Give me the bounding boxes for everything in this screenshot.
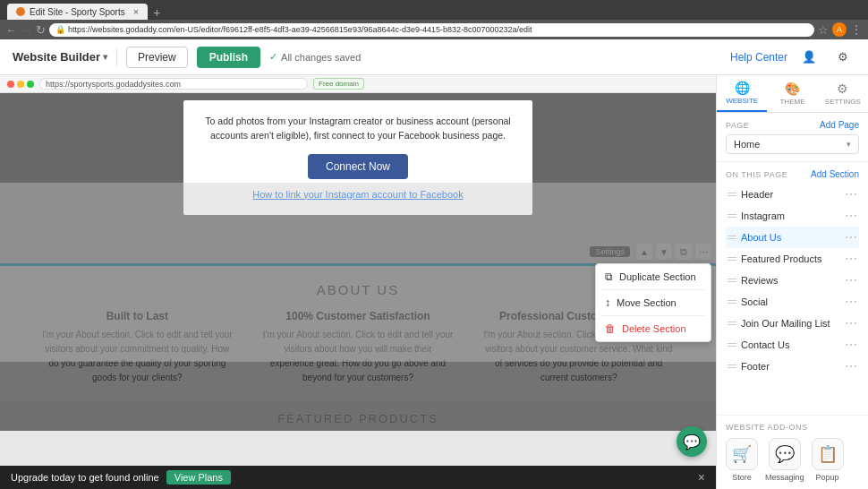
drag-handle-featured — [728, 254, 736, 263]
store-addon-label: Store — [732, 473, 752, 482]
move-section-menu-item[interactable]: ↕ Move Section — [596, 290, 711, 315]
page-section-header: PAGE Add Page — [726, 120, 859, 130]
section-label-featured: Featured Products — [741, 253, 840, 264]
drag-handle-mailing — [728, 319, 736, 328]
tab-favicon — [16, 7, 25, 16]
section-item-header: Header ⋯ — [726, 184, 859, 205]
section-more-contact[interactable]: ⋯ — [845, 338, 857, 352]
star-btn[interactable]: ☆ — [818, 23, 829, 37]
traffic-light-red — [7, 81, 14, 88]
header-icon-2[interactable]: ⚙ — [830, 45, 855, 70]
page-section-label: PAGE — [726, 121, 749, 130]
addon-popup[interactable]: 📋 Popup — [812, 438, 844, 482]
upgrade-text: Upgrade today to get found online — [11, 472, 159, 483]
panel-tabs: 🌐 WEBSITE 🎨 THEME ⚙ SETTINGS — [717, 75, 868, 113]
chevron-down-icon: ▾ — [103, 52, 107, 62]
section-more-social[interactable]: ⋯ — [845, 295, 857, 309]
section-more-header[interactable]: ⋯ — [845, 187, 857, 202]
back-btn[interactable]: ← — [5, 23, 17, 37]
add-page-link[interactable]: Add Page — [820, 120, 859, 130]
tab-website[interactable]: 🌐 WEBSITE — [717, 75, 767, 112]
section-more-instagram[interactable]: ⋯ — [845, 209, 857, 223]
saved-text: All changes saved — [281, 52, 361, 63]
section-more-mailing[interactable]: ⋯ — [845, 316, 857, 330]
page-dropdown[interactable]: Home ▾ — [726, 134, 859, 154]
right-panel: 🌐 WEBSITE 🎨 THEME ⚙ SETTINGS PAGE Add Pa… — [716, 75, 868, 489]
browser-chrome: Edit Site - Sporty Sports × + ← → ↻ 🔒 ht… — [0, 0, 868, 39]
user-avatar[interactable]: A — [832, 22, 847, 37]
section-item-reviews: Reviews ⋯ — [726, 270, 859, 291]
website-tab-label: WEBSITE — [726, 97, 758, 105]
main-layout: https://sportysports.godaddysites.com Fr… — [0, 75, 868, 489]
section-more-about[interactable]: ⋯ — [845, 230, 857, 244]
lock-icon: 🔒 — [55, 25, 65, 34]
section-label-about: About Us — [741, 232, 840, 243]
header-icon-1[interactable]: 👤 — [796, 45, 821, 70]
page-dropdown-chevron: ▾ — [847, 140, 851, 149]
section-label-instagram: Instagram — [741, 210, 840, 221]
tab-theme[interactable]: 🎨 THEME — [767, 75, 817, 112]
forward-btn[interactable]: → — [21, 23, 32, 37]
section-label-footer: Footer — [741, 361, 840, 372]
section-more-footer[interactable]: ⋯ — [845, 359, 857, 373]
instagram-modal-overlay: To add photos from your Instagram creato… — [0, 93, 716, 431]
messaging-addon-label: Messaging — [765, 473, 804, 482]
section-item-contact: Contact Us ⋯ — [726, 334, 859, 356]
menu-dots-btn[interactable]: ⋮ — [850, 22, 863, 37]
delete-section-menu-item[interactable]: 🗑 Delete Section — [596, 316, 711, 341]
duplicate-icon: ⧉ — [605, 270, 613, 283]
drag-handle-instagram — [728, 211, 736, 220]
section-item-featured: Featured Products ⋯ — [726, 248, 859, 270]
section-more-reviews[interactable]: ⋯ — [845, 273, 857, 287]
browser-tab-bar: Edit Site - Sporty Sports × + — [0, 0, 868, 20]
upgrade-bar: Upgrade today to get found online View P… — [0, 466, 716, 489]
addon-messaging[interactable]: 💬 Messaging — [765, 438, 804, 482]
help-center-link[interactable]: Help Center — [730, 51, 787, 64]
duplicate-section-menu-item[interactable]: ⧉ Duplicate Section — [596, 264, 711, 289]
browser-address-bar-row: ← → ↻ 🔒 https://websites.godaddy.com/en-… — [0, 20, 868, 39]
traffic-light-green — [27, 81, 34, 88]
publish-button[interactable]: Publish — [197, 47, 260, 68]
drag-handle-about — [728, 233, 736, 242]
section-label-reviews: Reviews — [741, 275, 840, 286]
tab-close-icon[interactable]: × — [133, 6, 139, 17]
drag-handle-footer — [728, 362, 736, 371]
section-item-about: About Us ⋯ — [726, 227, 859, 248]
connect-now-button[interactable]: Connect Now — [308, 154, 408, 179]
tab-title: Edit Site - Sporty Sports — [30, 7, 125, 17]
section-item-social: Social ⋯ — [726, 291, 859, 313]
section-item-footer: Footer ⋯ — [726, 356, 859, 377]
mini-url-bar: https://sportysports.godaddysites.com — [39, 78, 308, 90]
traffic-light-yellow — [17, 81, 24, 88]
section-label-social: Social — [741, 296, 840, 307]
popup-addon-icon: 📋 — [812, 438, 844, 470]
header-divider-1 — [116, 48, 117, 66]
drag-handle-header — [728, 190, 736, 199]
chat-button[interactable]: 💬 — [677, 426, 707, 457]
app-header: Website Builder ▾ Preview Publish ✓ All … — [0, 39, 868, 75]
website-tab-icon: 🌐 — [735, 81, 750, 95]
browser-tab-active[interactable]: Edit Site - Sporty Sports × — [7, 4, 148, 20]
drag-handle-reviews — [728, 276, 736, 285]
on-this-page-header: ON THIS PAGE Add Section — [726, 169, 859, 179]
section-item-mailing: Join Our Mailing List ⋯ — [726, 313, 859, 334]
modal-text: To add photos from your Instagram creato… — [203, 115, 513, 143]
tab-settings[interactable]: ⚙ SETTINGS — [818, 75, 868, 112]
preview-button[interactable]: Preview — [126, 47, 188, 68]
section-more-featured[interactable]: ⋯ — [845, 252, 857, 266]
new-tab-btn[interactable]: + — [148, 5, 166, 20]
on-this-page-section: ON THIS PAGE Add Section Header ⋯ Instag… — [717, 162, 868, 416]
drag-handle-social — [728, 297, 736, 306]
upgrade-close-icon[interactable]: × — [698, 470, 705, 485]
reload-btn[interactable]: ↻ — [36, 23, 46, 37]
website-addons-section: WEBSITE ADD-ONS 🛒 Store 💬 Messaging 📋 Po… — [717, 416, 868, 489]
website-builder-label[interactable]: Website Builder ▾ — [13, 50, 107, 64]
traffic-lights — [7, 81, 34, 88]
address-bar[interactable]: 🔒 https://websites.godaddy.com/en-US/edi… — [49, 23, 814, 37]
mini-url-text: https://sportysports.godaddysites.com — [46, 80, 181, 89]
page-dropdown-value: Home — [734, 139, 760, 150]
add-section-link[interactable]: Add Section — [811, 169, 859, 179]
addon-store[interactable]: 🛒 Store — [726, 438, 758, 482]
section-item-instagram: Instagram ⋯ — [726, 205, 859, 227]
view-plans-button[interactable]: View Plans — [166, 470, 231, 485]
